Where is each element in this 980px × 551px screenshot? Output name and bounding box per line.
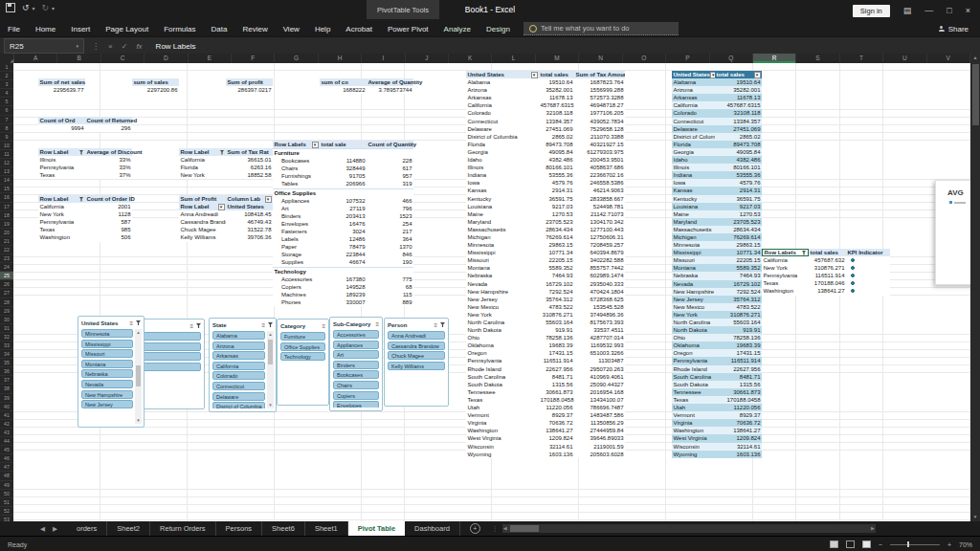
slicer-item[interactable]: Connecticut	[212, 382, 265, 390]
kpi-cell[interactable]	[846, 264, 890, 272]
column-header[interactable]: U	[883, 54, 926, 63]
sales-cell[interactable]: 89473.708	[539, 141, 574, 148]
state-pivot-row[interactable]: Oregon 17431.15 651003.3266	[466, 349, 625, 357]
state-cell[interactable]: Montana	[672, 264, 715, 272]
state-table-row[interactable]: Utah 11220.056	[672, 404, 762, 411]
state-cell[interactable]: Connecticut	[466, 118, 539, 125]
multi-select-icon[interactable]: ≡	[322, 323, 325, 329]
column-header[interactable]: R	[753, 54, 796, 63]
sales-cell[interactable]: 13384.357	[715, 118, 762, 125]
state-cell[interactable]: New Mexico	[466, 303, 539, 311]
state-table-row[interactable]: Tennessee 30661.873	[672, 388, 762, 396]
horizontal-scroll-thumb[interactable]	[510, 525, 539, 532]
tab-review[interactable]: Review	[234, 25, 275, 33]
row-header[interactable]: 27	[0, 289, 13, 298]
order-count-row-header[interactable]: Row Label	[38, 195, 85, 203]
state-table-row[interactable]: West Virginia 1209.824	[672, 434, 762, 442]
insert-function-icon[interactable]: fx	[136, 42, 142, 51]
state-cell[interactable]: New Hampshire	[466, 288, 539, 296]
state-table-row[interactable]: Maine 1270.53	[672, 210, 762, 218]
tax-rate-value-header[interactable]: Sum of Tax Rat	[226, 148, 273, 156]
state-cell[interactable]: South Carolina	[466, 373, 539, 381]
state-pivot-row[interactable]: Nebraska 7464.93 602989.1474	[466, 272, 625, 279]
tax-cell[interactable]: 1169532.993	[574, 342, 625, 349]
state-cell[interactable]: Florida	[179, 164, 226, 171]
sheet-tab[interactable]: Dashboard	[405, 521, 460, 536]
sales-cell[interactable]: 29863.15	[715, 241, 762, 249]
category-pivot-row[interactable]: Appliances 107532 466	[273, 197, 413, 205]
state-table-row[interactable]: Delaware 27451.069	[672, 125, 762, 133]
qty-cell[interactable]: 889	[367, 298, 413, 306]
state-cell[interactable]: Georgia	[672, 148, 715, 156]
state-pivot-row[interactable]: Virginia 70636.72 11350856.29	[466, 419, 625, 427]
order-count-value-header[interactable]: Count of Order ID	[85, 195, 132, 203]
filter-icon[interactable]	[79, 150, 84, 155]
state-cell[interactable]: Florida	[466, 141, 539, 148]
slicer-sub-category[interactable]: Sub-Category ≡ AccessoriesAppliancesArtB…	[329, 317, 383, 411]
kpi-cell[interactable]	[846, 287, 890, 295]
category-pivot-row[interactable]: Copiers 149528 68	[273, 283, 413, 291]
state-pivot-row[interactable]: South Dakota 1315.56 25090.44327	[466, 381, 625, 388]
sales-cell[interactable]: 116511.914	[809, 272, 846, 279]
state-cell[interactable]: Alabama	[672, 78, 715, 86]
discount-value-header[interactable]: Average of Discount	[85, 148, 132, 156]
sales-cell[interactable]: 35764.312	[715, 296, 762, 303]
tax-cell[interactable]: 46948718.27	[574, 101, 625, 109]
discount-row[interactable]: Texas 37%	[38, 171, 132, 179]
state-pivot-row[interactable]: South Carolina 8481.71 410969.4061	[466, 373, 625, 381]
category-pivot-row[interactable]: Envelopes 16476 254	[273, 220, 413, 228]
column-header[interactable]: G	[275, 54, 318, 63]
sales-cell[interactable]: 16729.102	[715, 280, 762, 288]
state-table-row[interactable]: Montana 5589.352	[672, 264, 762, 272]
sales-cell[interactable]: 8929.37	[539, 411, 574, 419]
state-cell[interactable]: Michigan	[466, 233, 539, 241]
state-cell[interactable]: Wyoming	[672, 451, 715, 458]
sales-cell[interactable]: 138641.27	[809, 287, 846, 295]
sales-cell[interactable]: 80166.101	[539, 164, 574, 171]
vertical-scroll-thumb[interactable]	[972, 64, 979, 125]
qty-cell[interactable]: 466	[367, 197, 413, 205]
state-pivot-row[interactable]: Indiana 53555.36 22366702.16	[466, 171, 625, 179]
undo-dropdown-icon[interactable]: ▾	[33, 5, 35, 11]
sales-cell[interactable]: 10771.34	[715, 249, 762, 256]
row-header[interactable]: 15	[0, 185, 13, 193]
category-pivot-row[interactable]: Supplies 46674 190	[273, 258, 413, 266]
state-cell[interactable]: California	[38, 203, 85, 210]
row-header[interactable]: 4	[0, 89, 13, 98]
state-cell[interactable]: Alabama	[466, 78, 539, 86]
state-cell[interactable]: California	[672, 101, 715, 109]
sales-cell[interactable]: 27451.069	[715, 125, 762, 133]
state-cell[interactable]: North Carolina	[466, 319, 539, 326]
sales-cell[interactable]: 2914.31	[715, 187, 762, 194]
qty-cell[interactable]: 775	[367, 276, 413, 283]
sales-cell[interactable]: 3024	[320, 228, 367, 235]
state-table-row[interactable]: Arizona 35282.001	[672, 86, 762, 94]
tax-cell[interactable]: 12750606.31	[574, 233, 625, 241]
count-cell[interactable]: 2001	[85, 203, 132, 210]
state-cell[interactable]: Idaho	[672, 156, 715, 164]
category-label-cell[interactable]: Accessories	[273, 276, 320, 283]
qty-cell[interactable]: 617	[367, 165, 413, 172]
slicer-scrollbar[interactable]: ▲ ▼	[267, 331, 274, 408]
row-header[interactable]: 49	[0, 481, 13, 490]
row-header[interactable]: 44	[0, 437, 13, 446]
state-cell[interactable]: Rhode Island	[466, 365, 539, 373]
slicer-item[interactable]: Kelly Williams	[388, 362, 445, 370]
column-header[interactable]: B	[57, 54, 100, 63]
tax-cell[interactable]: 7208459.257	[574, 241, 625, 249]
tax-cell[interactable]: 7529658.128	[574, 125, 625, 133]
sales-cell[interactable]: 1603.136	[715, 451, 762, 458]
sales-cell[interactable]: 32108.118	[715, 109, 762, 117]
state-cell[interactable]: Nevada	[466, 280, 539, 288]
state-cell[interactable]: Texas	[672, 396, 715, 404]
order-count-row[interactable]: Washington 506	[38, 233, 132, 241]
state-cell[interactable]: Oregon	[672, 349, 715, 357]
state-cell[interactable]: South Carolina	[672, 373, 715, 381]
slicer-item[interactable]: Furniture	[280, 332, 325, 341]
row-header[interactable]: 31	[0, 324, 13, 333]
tax-cell[interactable]: 21142.71073	[574, 210, 625, 218]
sales-cell[interactable]: 17431.15	[539, 349, 574, 357]
row-header[interactable]: 14	[0, 176, 13, 185]
state-pivot-header[interactable]: United States ▾	[466, 71, 539, 78]
row-header[interactable]: 40	[0, 403, 13, 411]
